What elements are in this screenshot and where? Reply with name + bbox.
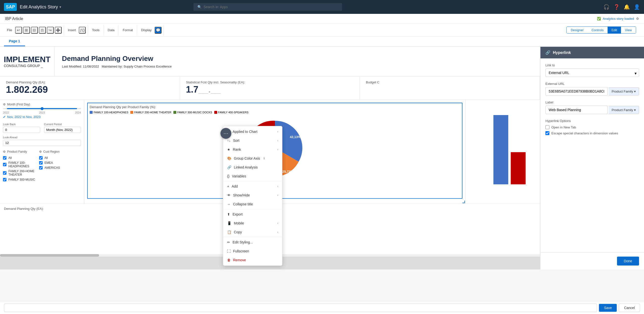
sap-logo[interactable]: SAP [4, 3, 17, 11]
view-btn[interactable]: View [621, 27, 636, 33]
link-to-select[interactable]: External URL [546, 68, 639, 77]
insert-menu-btn[interactable]: Insert [66, 27, 78, 33]
slider-thumb[interactable] [40, 107, 44, 110]
list-item: FAMILY 200-HOMETHEATER [3, 169, 35, 177]
toolbar-tools-section: Tools [88, 25, 104, 35]
display-menu-btn[interactable]: Display [139, 27, 154, 33]
logo-area: IMPLEMENT CONSULTING GROUP _ [0, 47, 54, 76]
menu-item-fullscreen[interactable]: ⛶ Fullscreen [223, 247, 282, 256]
tools-menu-btn[interactable]: Tools [90, 27, 101, 33]
hyperlink-panel: 🔗 Hyperlink Link to External URL ▾ Exter… [540, 47, 644, 270]
user-icon[interactable]: 👤 [634, 4, 640, 10]
external-url-row: Product Family ▾ [546, 87, 639, 95]
fullscreen-icon: ⛶ [227, 249, 230, 253]
filter-icon[interactable]: ⊞ [23, 27, 30, 34]
kpi-budget: Budget C [360, 76, 540, 99]
mobile-icon: 📱 [227, 221, 231, 225]
menu-item-add[interactable]: + Add › [223, 182, 282, 191]
bottom-input[interactable] [4, 304, 597, 312]
tabs-bar: Page 1 [0, 37, 644, 47]
redo-icon[interactable]: ↪ [47, 27, 54, 34]
lookback-input[interactable] [3, 127, 40, 133]
save-button[interactable]: Save [599, 304, 617, 312]
add-icon[interactable]: ➕ [55, 27, 62, 34]
menu-item-rank[interactable]: ★ Rank › [223, 145, 282, 154]
color-icon: 🎨 [227, 156, 231, 160]
menu-item-export[interactable]: ⬆ Export [223, 210, 282, 219]
display-icon[interactable]: 💬 [154, 27, 162, 34]
designer-btn[interactable]: Designer [567, 27, 588, 33]
legend-dot-4 [214, 111, 217, 114]
label-input[interactable] [546, 106, 608, 114]
link-to-select-wrap: External URL ▾ [546, 68, 639, 77]
tab-page1[interactable]: Page 1 [4, 37, 25, 46]
last-modified-value: 11/08/2022 [83, 65, 99, 68]
formula-icon[interactable]: ƒ() [79, 27, 86, 34]
data-menu-btn[interactable]: Data [106, 27, 116, 33]
menu-item-edit-styling[interactable]: ✏ Edit Styling... [223, 238, 282, 247]
panel-body: Link to External URL ▾ External URL Prod… [540, 58, 644, 252]
date-slider-track[interactable] [3, 108, 81, 109]
undo-icon[interactable]: ↩ [15, 27, 22, 34]
toolbar-file-section: File ↩ ⊞ ⊟ ⚖ ↪ ➕ [3, 25, 64, 35]
view-toggle: Designer Controls Edit View [566, 26, 636, 34]
separator-1 [223, 181, 282, 181]
search-icon: 🔍 [198, 5, 202, 9]
open-new-tab-checkbox[interactable] [546, 125, 550, 129]
collapse-icon: ↔ [227, 202, 230, 206]
menu-item-applied-to-chart[interactable]: ✓ Applied to Chart › [223, 127, 282, 136]
gear-icon-3: ⚙ [39, 150, 42, 153]
bell-icon[interactable]: 🔔 [624, 4, 630, 10]
tag-chevron: ▾ [634, 90, 636, 93]
file-menu-btn[interactable]: File [5, 27, 14, 33]
fab-button[interactable]: ⋯ [220, 128, 231, 139]
date-range: ✔ Nov, 2022 to Nov, 2023 [3, 115, 81, 119]
scrollbar-thumb[interactable] [0, 254, 99, 257]
menu-item-variables[interactable]: {} Variables [223, 172, 282, 181]
edit-btn[interactable]: Edit [608, 27, 621, 33]
headset-icon[interactable]: 🎧 [604, 4, 610, 10]
product-family-list: All FAMILY 100-HEADPHONES FAMILY 200-HOM… [3, 155, 35, 182]
menu-item-mobile[interactable]: 📱 Mobile › [223, 219, 282, 228]
add-icon-2: + [227, 184, 229, 188]
main-area: IMPLEMENT CONSULTING GROUP _ Demand Plan… [0, 47, 644, 270]
menu-item-linked-analysis[interactable]: 🔗 Linked Analysis [223, 163, 282, 172]
menu-item-copy[interactable]: 📋 Copy › [223, 228, 282, 237]
settings-icon[interactable]: ⚙ [636, 17, 639, 20]
list-item: FAMILY 100-HEADPHONES [3, 160, 35, 169]
search-bar[interactable]: 🔍 [194, 3, 342, 11]
table-icon[interactable]: ⊟ [31, 27, 38, 34]
menu-item-show-hide[interactable]: 👁 Show/Hide › [223, 191, 282, 200]
external-url-tag: Product Family ▾ [608, 87, 639, 95]
menu-item-remove[interactable]: 🗑 Remove [223, 256, 282, 265]
cust-region-filter: ⚙ Cust Region All EMEA AMERICAS [39, 150, 60, 182]
resize-handle[interactable] [462, 201, 465, 203]
controls-btn[interactable]: Controls [588, 27, 607, 33]
menu-item-group-color[interactable]: 🎨 Group Color Axis ℹ [223, 154, 282, 163]
eye-icon: 👁 [227, 193, 230, 197]
current-period-group: Current Period [44, 122, 81, 133]
question-icon[interactable]: ❓ [614, 4, 620, 10]
topbar: SAP Edit Analytics Story ▾ 🔍 🎧 ❓ 🔔 👤 [0, 0, 644, 14]
lookahead-group: Look Ahead [3, 135, 81, 146]
external-url-input[interactable] [546, 87, 608, 95]
format-menu-btn[interactable]: Format [121, 27, 135, 33]
search-input[interactable] [204, 5, 338, 9]
lookahead-input[interactable] [3, 140, 81, 146]
tag-chevron-2: ▾ [634, 108, 636, 112]
arrow-icon: › [277, 130, 278, 133]
toolbar-format-section: Format [119, 25, 137, 35]
done-button[interactable]: Done [617, 257, 639, 266]
checkbox-filters: ⚙ Product Family All FAMILY 100-HEADPHON… [3, 150, 81, 182]
adjust-icon[interactable]: ⚖ [39, 27, 46, 34]
arrow-icon-5: › [277, 194, 278, 197]
month-filter: ⚙ Month (First Day) 2022 2023 2024 ✔ [3, 103, 81, 119]
chevron-down-icon[interactable]: ▾ [60, 5, 61, 9]
menu-item-collapse-title[interactable]: ↔ Collapse title [223, 200, 282, 209]
legend-dot-1 [90, 111, 93, 114]
cancel-button[interactable]: Cancel [619, 304, 640, 312]
escape-special-checkbox[interactable] [546, 131, 550, 135]
list-item: All [39, 155, 60, 160]
panel-title: Hyperlink [553, 50, 571, 55]
menu-item-sort[interactable]: ↑↓ Sort › [223, 136, 282, 145]
